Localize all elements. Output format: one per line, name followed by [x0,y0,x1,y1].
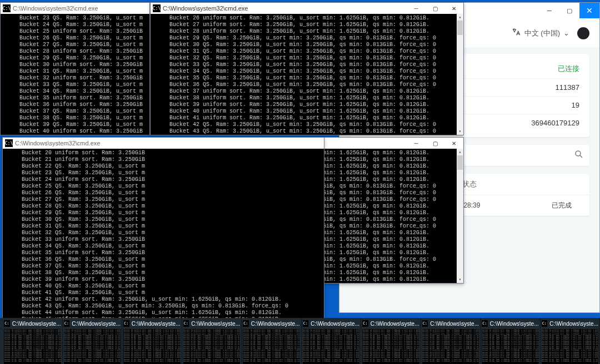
cmd-title-text: C:\Windows\system32\cmd.exe [15,140,324,146]
taskbar-thumbnail: Bucket 26 uniform sort. Ram: 3.250GiB, u… [542,329,599,364]
cmd-titlebar[interactable]: C:\ C:\Windows\system32\cmd.exe [1,3,149,14]
taskbar-item-label: C:C:\Windows\syste... [482,319,539,328]
taskbar-item-label: C:C:\Windows\syste... [243,319,300,328]
cmd-icon: C: [64,320,70,327]
taskbar-thumbnail: Bucket 26 uniform sort. Ram: 3.250GiB, u… [482,329,539,364]
scroll-up[interactable]: ▴ [457,149,463,155]
cmd-window-3[interactable]: C:\ C:\Windows\system32\cmd.exe Bucket 2… [2,137,324,319]
scroll-thumb[interactable] [457,155,463,170]
status-value-3: 369460179129 [531,119,579,127]
taskbar-item[interactable]: C:C:\Windows\syste...Bucket 26 uniform s… [122,318,182,364]
taskbar-item-label: C:C:\Windows\syste... [362,319,419,328]
taskbar[interactable]: C:C:\Windows\syste...Bucket 26 uniform s… [0,318,600,364]
maximize-button[interactable]: ▢ [426,3,444,14]
cmd-icon: C:\ [5,139,13,147]
taskbar-thumbnail: Bucket 26 uniform sort. Ram: 3.250GiB, u… [362,329,419,364]
scrollbar[interactable]: ▴ ▾ [457,149,463,283]
close-button[interactable]: ✕ [444,3,463,14]
taskbar-item-label: C:C:\Windows\syste... [422,319,479,328]
taskbar-thumbnail: Bucket 26 uniform sort. Ram: 3.250GiB, u… [243,329,300,364]
cmd-output[interactable]: Bucket 20 uniform sort. Ram: 3.250GiB Bu… [3,149,324,318]
cmd-icon: C:\ [3,4,11,12]
scroll-track[interactable] [457,21,463,128]
cmd-icon: C: [482,320,488,327]
minimize-button[interactable]: ─ [539,3,559,18]
cmd-icon: C: [4,320,10,327]
language-selector[interactable]: 中文 (中国) ⌄ [511,27,569,39]
svg-point-0 [576,151,581,156]
status-connected: 已连接 [558,64,579,74]
taskbar-thumbnail: Bucket 26 uniform sort. Ram: 3.250GiB, u… [4,329,61,364]
cmd-icon: C: [422,320,428,327]
close-button[interactable]: ✕ [444,138,463,149]
minimize-button[interactable]: ─ [407,3,426,14]
status-value-1: 111387 [556,83,579,92]
taskbar-item[interactable]: C:C:\Windows\syste...Bucket 26 uniform s… [481,318,541,364]
maximize-button[interactable]: ▢ [559,3,579,18]
minimize-button[interactable]: ─ [407,138,426,149]
row-status: 已完成 [552,201,579,210]
taskbar-item[interactable]: C:C:\Windows\syste...Bucket 26 uniform s… [242,318,302,364]
cmd-icon: C: [303,320,309,327]
taskbar-item-label: C:C:\Windows\syste... [123,319,181,328]
scrollbar[interactable]: ▴ ▾ [457,14,463,135]
language-label: 中文 (中国) [524,28,560,38]
chevron-down-icon: ⌄ [563,29,569,37]
cmd-window-2[interactable]: C:\ C:\Windows\system32\cmd.exe ─ ▢ ✕ Bu… [150,2,464,135]
cmd-icon: C: [243,320,249,327]
cmd-output[interactable]: Bucket 26 uniform sort. Ram: 3.250GiB, u… [151,14,463,135]
taskbar-item[interactable]: C:C:\Windows\syste...Bucket 26 uniform s… [421,318,481,364]
status-value-2: 19 [572,101,579,109]
taskbar-item[interactable]: C:C:\Windows\syste...Bucket 26 uniform s… [63,318,123,364]
taskbar-thumbnail: Bucket 26 uniform sort. Ram: 3.250GiB, u… [64,329,121,364]
taskbar-thumbnail: Bucket 26 uniform sort. Ram: 3.250GiB, u… [303,329,360,364]
taskbar-item[interactable]: C:C:\Windows\syste...Bucket 26 uniform s… [3,318,63,364]
maximize-button[interactable]: ▢ [426,138,444,149]
cmd-title-text: C:\Windows\system32\cmd.exe [163,5,407,12]
taskbar-thumbnail: Bucket 26 uniform sort. Ram: 3.250GiB, u… [183,329,241,364]
taskbar-item-label: C:C:\Windows\syste... [542,319,599,328]
taskbar-item[interactable]: C:C:\Windows\syste...Bucket 26 uniform s… [302,318,362,364]
theme-toggle-icon[interactable] [577,27,589,39]
cmd-output[interactable]: Bucket 23 QS. Ram: 3.250GiB, u_sort m Bu… [1,14,149,135]
cmd-icon: C: [183,320,189,327]
scroll-track[interactable] [457,155,463,276]
cmd-icon: C: [542,320,548,327]
taskbar-item[interactable]: C:C:\Windows\syste...Bucket 26 uniform s… [541,318,601,364]
scroll-down[interactable]: ▾ [457,276,463,283]
taskbar-item-label: C:C:\Windows\syste... [183,319,241,328]
scroll-thumb[interactable] [457,21,463,35]
taskbar-item[interactable]: C:C:\Windows\syste...Bucket 26 uniform s… [182,318,242,364]
taskbar-item[interactable]: C:C:\Windows\syste...Bucket 26 uniform s… [361,318,421,364]
cmd-titlebar[interactable]: C:\ C:\Windows\system32\cmd.exe [3,138,324,149]
taskbar-item-label: C:C:\Windows\syste... [4,319,61,328]
cmd-icon: C: [123,320,129,327]
close-button[interactable]: ✕ [579,3,599,18]
scroll-down[interactable]: ▾ [457,128,463,135]
taskbar-thumbnail: Bucket 26 uniform sort. Ram: 3.250GiB, u… [123,329,181,364]
scroll-up[interactable]: ▴ [457,14,463,21]
cmd-window-1[interactable]: C:\ C:\Windows\system32\cmd.exe Bucket 2… [0,2,150,135]
cmd-icon: C: [362,320,368,327]
taskbar-thumbnail: Bucket 26 uniform sort. Ram: 3.250GiB, u… [422,329,479,364]
taskbar-item-label: C:C:\Windows\syste... [64,319,121,328]
cmd-icon: C:\ [153,4,161,12]
translate-icon [511,27,521,39]
cmd-titlebar[interactable]: C:\ C:\Windows\system32\cmd.exe ─ ▢ ✕ [151,3,463,14]
cmd-title-text: C:\Windows\system32\cmd.exe [13,5,149,12]
search-icon[interactable] [574,149,584,161]
taskbar-item-label: C:C:\Windows\syste... [303,319,360,328]
